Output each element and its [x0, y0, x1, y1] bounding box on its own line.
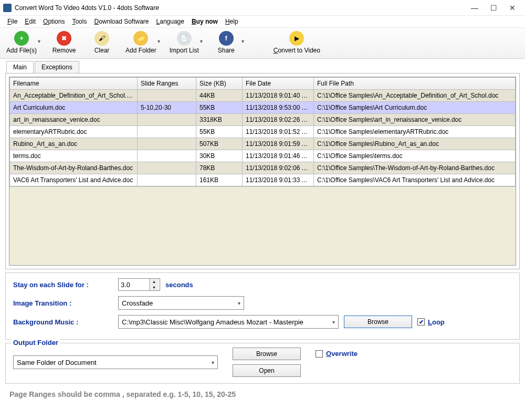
menu-item-language[interactable]: Language — [156, 18, 184, 25]
minimize-button[interactable]: — — [465, 1, 484, 15]
transition-value: Crossfade — [122, 299, 153, 307]
cell-size: 3318KB — [196, 114, 243, 126]
checkbox-icon: ✔ — [417, 318, 425, 326]
menu-item-buy-now[interactable]: Buy now — [192, 18, 218, 25]
chevron-down-icon: ▾ — [238, 300, 240, 306]
cell-size: 55KB — [196, 126, 243, 138]
cell-date: 11/13/2018 9:01:33 AM — [243, 174, 314, 186]
menu-item-help[interactable]: Help — [225, 18, 238, 25]
cell-date: 11/13/2018 9:02:26 AM — [243, 114, 314, 126]
file-grid[interactable]: FilenameSlide RangesSize (KB)File DateFu… — [9, 77, 516, 266]
remove-button[interactable]: ✖ Remove — [50, 31, 78, 54]
maximize-button[interactable]: ☐ — [484, 1, 503, 15]
cell-filename: The-Wisdom-of-Art-by-Roland-Barthes.doc — [10, 162, 138, 174]
overwrite-checkbox[interactable]: Overwrite — [316, 350, 358, 358]
music-value: C:\mp3\Classic Misc\Wolfgang Amadeus Moz… — [122, 318, 303, 326]
cell-size: 507KB — [196, 138, 243, 150]
share-dropdown[interactable]: ▾ — [240, 31, 244, 44]
cell-date: 11/13/2018 9:01:52 AM — [243, 126, 314, 138]
cell-ranges — [138, 126, 196, 138]
column-header[interactable]: Slide Ranges — [138, 78, 196, 90]
clear-button[interactable]: 🖌 Clear — [88, 31, 116, 54]
cell-ranges: 5-10,20-30 — [138, 102, 196, 114]
import-list-dropdown[interactable]: ▾ — [199, 31, 203, 44]
tab-main[interactable]: Main — [6, 61, 34, 73]
output-folder-combo[interactable]: Same Folder of Document ▾ — [13, 355, 218, 369]
add-files-label: Add File(s) — [6, 47, 37, 54]
checkbox-icon — [316, 350, 323, 358]
menu-item-options[interactable]: Options — [43, 18, 65, 25]
spin-down[interactable]: ▼ — [150, 285, 159, 290]
stay-label: Stay on each Slide for : — [13, 281, 113, 289]
music-label: Background Music : — [13, 318, 113, 326]
output-open-button[interactable]: Open — [233, 364, 301, 377]
menu-item-download-software[interactable]: Download Software — [94, 18, 149, 25]
add-folder-dropdown[interactable]: ▾ — [156, 31, 160, 44]
cell-filename: An_Acceptable_Definition_of_Art_Schol.do… — [10, 90, 138, 102]
cell-path: C:\1\Office Samples\Rubino_Art_as_an.doc — [314, 138, 516, 150]
window-title: Convert Word To Video 4dots V1.0 - 4dots… — [15, 4, 465, 12]
menu-item-file[interactable]: File — [7, 18, 17, 25]
settings-panel: Stay on each Slide for : ▲▼ seconds Imag… — [5, 272, 520, 340]
output-folder-legend: Output Folder — [11, 339, 60, 346]
column-header[interactable]: Size (KB) — [196, 78, 243, 90]
column-header[interactable]: Full File Path — [314, 78, 516, 90]
table-row[interactable]: VAC6 Art Transporters' List and Advice.d… — [10, 174, 516, 186]
brush-icon: 🖌 — [94, 31, 109, 46]
cell-path: C:\1\Office Samples\The-Wisdom-of-Art-by… — [314, 162, 516, 174]
add-folder-button[interactable]: 📁 Add Folder — [125, 31, 156, 54]
cell-date: 11/13/2018 9:53:00 AM — [243, 102, 314, 114]
cell-ranges — [138, 150, 196, 162]
music-browse-button[interactable]: Browse — [344, 316, 412, 328]
table-row[interactable]: An_Acceptable_Definition_of_Art_Schol.do… — [10, 90, 516, 102]
cell-ranges — [138, 174, 196, 186]
remove-icon: ✖ — [57, 31, 71, 46]
add-files-button[interactable]: + Add File(s) — [6, 31, 37, 54]
add-files-dropdown[interactable]: ▾ — [37, 31, 40, 44]
cell-path: C:\1\Office Samples\Art Curriculum.doc — [314, 102, 516, 114]
remove-label: Remove — [52, 47, 76, 54]
stay-duration-input[interactable]: ▲▼ — [118, 278, 160, 291]
cell-path: C:\1\Office Samples\An_Acceptable_Defini… — [314, 90, 516, 102]
cell-filename: terms.doc — [10, 150, 138, 162]
stay-duration-field[interactable] — [119, 279, 149, 290]
convert-button[interactable]: ▶ Convert to Video — [274, 31, 320, 54]
share-button[interactable]: f Share — [212, 31, 240, 54]
facebook-icon: f — [219, 31, 234, 46]
menu-item-tools[interactable]: Tools — [72, 18, 87, 25]
tab-body: FilenameSlide RangesSize (KB)File DateFu… — [5, 73, 520, 269]
cell-date: 11/13/2018 9:01:59 AM — [243, 138, 314, 150]
table-row[interactable]: The-Wisdom-of-Art-by-Roland-Barthes.doc7… — [10, 162, 516, 174]
table-row[interactable]: terms.doc30KB11/13/2018 9:01:46 AMC:\1\O… — [10, 150, 516, 162]
cell-filename: Art Curriculum.doc — [10, 102, 138, 114]
toolbar: + Add File(s) ▾ ✖ Remove 🖌 Clear 📁 Add F… — [0, 28, 525, 59]
table-row[interactable]: Rubino_Art_as_an.doc507KB11/13/2018 9:01… — [10, 138, 516, 150]
tab-exceptions[interactable]: Exceptions — [35, 61, 79, 73]
chevron-down-icon: ▾ — [212, 360, 214, 365]
import-list-button[interactable]: 📄 Import List — [170, 31, 199, 54]
chevron-down-icon: ▾ — [332, 319, 335, 325]
menubar: FileEditOptionsToolsDownload SoftwareLan… — [0, 16, 525, 28]
table-row[interactable]: Art Curriculum.doc5-10,20-3055KB11/13/20… — [10, 102, 516, 114]
cell-ranges — [138, 114, 196, 126]
transition-combo[interactable]: Crossfade ▾ — [118, 296, 244, 310]
add-folder-label: Add Folder — [125, 47, 156, 54]
cell-size: 55KB — [196, 102, 243, 114]
tab-strip: Main Exceptions — [0, 59, 525, 73]
menu-item-edit[interactable]: Edit — [25, 18, 36, 25]
table-row[interactable]: elementaryARTRubric.doc55KB11/13/2018 9:… — [10, 126, 516, 138]
cell-path: C:\1\Office Samples\VAC6 Art Transporter… — [314, 174, 516, 186]
output-browse-button[interactable]: Browse — [233, 348, 301, 360]
spin-up[interactable]: ▲ — [150, 279, 159, 285]
cell-size: 78KB — [196, 162, 243, 174]
column-header[interactable]: File Date — [243, 78, 314, 90]
loop-checkbox[interactable]: ✔ Loop — [417, 318, 445, 326]
cell-filename: elementaryARTRubric.doc — [10, 126, 138, 138]
close-button[interactable]: ✕ — [503, 1, 522, 15]
table-row[interactable]: art_in_renaissance_venice.doc3318KB11/13… — [10, 114, 516, 126]
music-combo[interactable]: C:\mp3\Classic Misc\Wolfgang Amadeus Moz… — [118, 315, 339, 329]
cell-filename: art_in_renaissance_venice.doc — [10, 114, 138, 126]
overwrite-label: Overwrite — [326, 350, 358, 358]
list-icon: 📄 — [177, 31, 192, 46]
column-header[interactable]: Filename — [10, 78, 138, 90]
